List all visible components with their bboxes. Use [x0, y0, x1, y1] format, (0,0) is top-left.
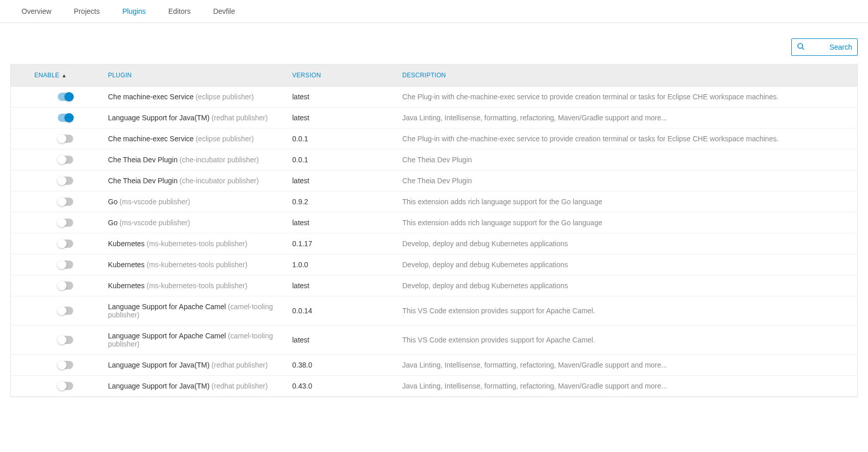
plugin-publisher: (che-incubator publisher): [180, 156, 259, 164]
toggle-knob: [57, 381, 67, 391]
enable-toggle[interactable]: [58, 177, 73, 185]
tab-devfile[interactable]: Devfile: [202, 0, 246, 23]
cell-description: Che Theia Dev Plugin: [402, 156, 857, 164]
cell-enable: [11, 135, 108, 143]
plugin-publisher: (ms-kubernetes-tools publisher): [147, 282, 248, 290]
plugin-name: Kubernetes: [108, 261, 147, 269]
enable-toggle[interactable]: [58, 382, 73, 390]
table-row: Che machine-exec Service (eclipse publis…: [11, 87, 857, 107]
cell-enable: [11, 156, 108, 164]
header-enable-label: ENABLE: [34, 72, 59, 79]
table-row: Che Theia Dev Plugin (che-incubator publ…: [11, 149, 857, 170]
toggle-knob: [57, 281, 67, 290]
plugin-name: Language Support for Apache Camel: [108, 303, 228, 311]
cell-version: latest: [292, 93, 402, 101]
enable-toggle[interactable]: [58, 336, 73, 344]
cell-plugin: Che machine-exec Service (eclipse publis…: [108, 135, 292, 143]
plugin-publisher: (ms-vscode publisher): [120, 219, 190, 227]
cell-plugin: Kubernetes (ms-kubernetes-tools publishe…: [108, 240, 292, 248]
toggle-knob: [57, 360, 67, 370]
plugin-name: Kubernetes: [108, 282, 147, 290]
tab-editors[interactable]: Editors: [157, 0, 202, 23]
tab-projects[interactable]: Projects: [62, 0, 111, 23]
cell-enable: [11, 361, 108, 369]
cell-version: 0.38.0: [292, 361, 402, 369]
cell-description: Develop, deploy and debug Kubernetes app…: [402, 261, 857, 269]
plugin-name: Kubernetes: [108, 240, 147, 248]
table-row: Language Support for Java(TM) (redhat pu…: [11, 376, 857, 397]
cell-version: 0.0.1: [292, 156, 402, 164]
cell-description: Develop, deploy and debug Kubernetes app…: [402, 240, 857, 248]
enable-toggle[interactable]: [58, 240, 73, 248]
enable-toggle[interactable]: [58, 114, 73, 122]
cell-plugin: Language Support for Apache Camel (camel…: [108, 332, 292, 348]
plugin-publisher: (eclipse publisher): [196, 135, 254, 143]
cell-plugin: Go (ms-vscode publisher): [108, 219, 292, 227]
enable-toggle[interactable]: [58, 282, 73, 290]
cell-description: Java Linting, Intellisense, formatting, …: [402, 382, 857, 390]
cell-enable: [11, 282, 108, 290]
header-plugin[interactable]: PLUGIN: [108, 72, 292, 79]
header-description[interactable]: DESCRIPTION: [402, 72, 857, 79]
tab-overview[interactable]: Overview: [10, 0, 62, 23]
plugins-table: ENABLE ▲ PLUGIN VERSION DESCRIPTION Che …: [10, 64, 858, 397]
enable-toggle[interactable]: [58, 261, 73, 269]
enable-toggle[interactable]: [58, 361, 73, 369]
cell-enable: [11, 382, 108, 390]
search-box[interactable]: [791, 38, 858, 56]
cell-enable: [11, 336, 108, 344]
cell-version: 0.9.2: [292, 198, 402, 206]
enable-toggle[interactable]: [58, 93, 73, 101]
cell-enable: [11, 261, 108, 269]
svg-line-1: [802, 48, 804, 50]
cell-plugin: Che machine-exec Service (eclipse publis…: [108, 93, 292, 101]
cell-version: 0.43.0: [292, 382, 402, 390]
cell-plugin: Language Support for Java(TM) (redhat pu…: [108, 361, 292, 369]
plugin-name: Go: [108, 198, 120, 206]
tab-plugins[interactable]: Plugins: [111, 0, 157, 23]
toggle-knob: [57, 260, 67, 269]
cell-version: latest: [292, 282, 402, 290]
cell-description: This extension adds rich language suppor…: [402, 219, 857, 227]
table-row: Go (ms-vscode publisher)0.9.2This extens…: [11, 191, 857, 212]
enable-toggle[interactable]: [58, 219, 73, 227]
cell-enable: [11, 219, 108, 227]
plugin-name: Che machine-exec Service: [108, 135, 196, 143]
plugin-publisher: (redhat publisher): [211, 361, 268, 369]
cell-enable: [11, 198, 108, 206]
cell-version: latest: [292, 114, 402, 122]
enable-toggle[interactable]: [58, 156, 73, 164]
plugin-publisher: (redhat publisher): [211, 382, 268, 390]
enable-toggle[interactable]: [58, 135, 73, 143]
table-row: Language Support for Apache Camel (camel…: [11, 296, 857, 326]
table-row: Language Support for Apache Camel (camel…: [11, 326, 857, 355]
cell-description: Che Plug-in with che-machine-exec servic…: [402, 93, 857, 101]
enable-toggle[interactable]: [58, 198, 73, 206]
cell-version: latest: [292, 177, 402, 185]
header-version[interactable]: VERSION: [292, 72, 402, 79]
cell-plugin: Kubernetes (ms-kubernetes-tools publishe…: [108, 261, 292, 269]
svg-point-0: [798, 44, 802, 48]
plugin-name: Che Theia Dev Plugin: [108, 177, 180, 185]
toggle-knob: [64, 113, 74, 122]
cell-version: latest: [292, 336, 402, 344]
table-row: Language Support for Java(TM) (redhat pu…: [11, 355, 857, 376]
cell-version: 1.0.0: [292, 261, 402, 269]
header-enable[interactable]: ENABLE ▲: [11, 72, 108, 79]
enable-toggle[interactable]: [58, 307, 73, 315]
toggle-knob: [57, 239, 67, 248]
search-input[interactable]: [816, 43, 852, 51]
toggle-knob: [57, 197, 67, 206]
cell-plugin: Language Support for Apache Camel (camel…: [108, 303, 292, 319]
table-row: Che Theia Dev Plugin (che-incubator publ…: [11, 170, 857, 191]
cell-enable: [11, 240, 108, 248]
cell-plugin: Language Support for Java(TM) (redhat pu…: [108, 114, 292, 122]
toggle-knob: [64, 92, 74, 101]
toggle-knob: [57, 218, 67, 227]
plugin-publisher: (che-incubator publisher): [180, 177, 259, 185]
plugin-name: Language Support for Java(TM): [108, 382, 211, 390]
tab-bar: OverviewProjectsPluginsEditorsDevfile: [0, 0, 868, 23]
cell-enable: [11, 93, 108, 101]
cell-description: This VS Code extension provides support …: [402, 307, 857, 315]
table-row: Che machine-exec Service (eclipse publis…: [11, 128, 857, 149]
